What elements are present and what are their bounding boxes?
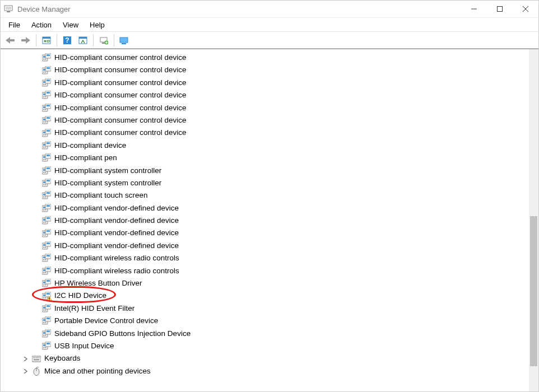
hid-device-icon [42, 129, 51, 138]
hid-device-icon [42, 204, 51, 213]
hid-device-icon [42, 329, 51, 338]
device-row[interactable]: USB Input Device [1, 340, 529, 352]
forward-button[interactable] [18, 34, 33, 47]
scan-hardware-button[interactable] [96, 34, 111, 47]
maximize-button[interactable] [487, 1, 513, 18]
titlebar: Device Manager [1, 1, 538, 18]
category-label: Mice and other pointing devices [44, 365, 151, 377]
help-button[interactable]: ? [60, 34, 75, 47]
category-label: Keyboards [44, 352, 81, 365]
menu-action[interactable]: Action [26, 19, 57, 31]
device-label: HID-compliant vendor-defined device [54, 214, 179, 227]
menu-view[interactable]: View [57, 19, 84, 31]
hid-device-icon [42, 342, 51, 351]
hid-device-icon [42, 241, 51, 250]
hid-device-icon [42, 166, 51, 175]
expand-chevron-icon[interactable] [22, 367, 30, 375]
device-row[interactable]: HID-compliant system controller [1, 165, 529, 177]
svg-rect-1 [6, 7, 11, 10]
menu-help[interactable]: Help [84, 19, 110, 31]
device-row[interactable]: HP Wireless Button Driver [1, 277, 529, 290]
hid-device-icon [42, 304, 51, 313]
svg-rect-10 [43, 37, 50, 39]
device-label: Sideband GPIO Buttons Injection Device [54, 328, 190, 340]
hid-device-icon [42, 216, 51, 225]
device-label: HID-compliant consumer control device [54, 89, 187, 101]
svg-rect-19 [120, 38, 128, 43]
device-tree[interactable]: HID-compliant consumer control deviceHID… [1, 49, 529, 391]
vertical-scrollbar[interactable] [529, 49, 538, 391]
device-row[interactable]: HID-compliant vendor-defined device [1, 214, 529, 227]
hid-device-icon [42, 116, 51, 125]
update-driver-button[interactable] [117, 34, 132, 47]
device-label: HID-compliant system controller [54, 165, 161, 177]
toolbar-separator [57, 34, 57, 46]
menubar: File Action View Help [1, 18, 538, 32]
device-row[interactable]: HID-compliant vendor-defined device [1, 202, 529, 214]
device-label: USB Input Device [54, 340, 114, 352]
toolbar-separator [114, 34, 114, 46]
device-row[interactable]: HID-compliant system controller [1, 177, 529, 189]
hid-device-icon [42, 78, 51, 87]
hid-device-icon [42, 153, 51, 162]
hid-device-icon [42, 229, 51, 238]
device-row[interactable]: HID-compliant consumer control device [1, 89, 529, 101]
hid-device-icon [42, 316, 51, 325]
device-label: Portable Device Control device [54, 315, 158, 327]
device-label: Intel(R) HID Event Filter [54, 302, 134, 315]
warning-badge-icon [47, 296, 52, 302]
device-row[interactable]: HID-compliant consumer control device [1, 127, 529, 139]
device-label: HID-compliant consumer control device [54, 52, 187, 64]
device-label: HP Wireless Button Driver [54, 277, 142, 290]
menu-file[interactable]: File [3, 19, 26, 31]
device-row[interactable]: Sideband GPIO Buttons Injection Device [1, 328, 529, 340]
show-hide-console-button[interactable] [39, 34, 54, 47]
device-label: HID-compliant consumer control device [54, 102, 187, 114]
window-title: Device Manager [17, 5, 71, 13]
mouse-icon [32, 367, 41, 376]
device-row[interactable]: HID-compliant device [1, 139, 529, 152]
device-row[interactable]: HID-compliant touch screen [1, 189, 529, 202]
scrollbar-thumb[interactable] [530, 216, 537, 366]
device-label: HID-compliant pen [54, 152, 117, 164]
device-row[interactable]: HID-compliant wireless radio controls [1, 265, 529, 277]
device-row[interactable]: HID-compliant vendor-defined device [1, 240, 529, 252]
back-button[interactable] [3, 34, 17, 47]
device-row[interactable]: HID-compliant wireless radio controls [1, 252, 529, 264]
svg-text:?: ? [65, 36, 69, 44]
device-row[interactable]: HID-compliant consumer control device [1, 77, 529, 89]
close-button[interactable] [513, 1, 538, 18]
device-row[interactable]: HID-compliant vendor-defined device [1, 227, 529, 239]
content-area: HID-compliant consumer control deviceHID… [1, 49, 538, 391]
expand-chevron-icon[interactable] [22, 355, 30, 363]
bottom-clip [1, 384, 529, 391]
hid-device-icon [42, 191, 51, 200]
toolbar: ? [1, 32, 538, 49]
device-row[interactable]: HID-compliant consumer control device [1, 52, 529, 64]
device-row[interactable]: I2C HID Device [1, 290, 529, 302]
device-label: HID-compliant wireless radio controls [54, 252, 179, 264]
toolbar-separator [93, 34, 94, 46]
device-row[interactable]: HID-compliant consumer control device [1, 102, 529, 114]
hid-device-icon [42, 179, 51, 188]
hid-device-icon [42, 66, 51, 75]
device-label: HID-compliant consumer control device [54, 127, 187, 139]
minimize-button[interactable] [461, 1, 487, 18]
properties-button[interactable] [76, 34, 90, 47]
device-row[interactable]: Portable Device Control device [1, 315, 529, 327]
svg-rect-7 [10, 39, 15, 41]
hid-device-icon [42, 279, 51, 288]
device-row[interactable]: Intel(R) HID Event Filter [1, 302, 529, 315]
hid-device-icon [42, 141, 51, 150]
category-row[interactable]: Mice and other pointing devices [1, 365, 529, 377]
hid-device-icon [42, 104, 51, 113]
device-row[interactable]: HID-compliant consumer control device [1, 64, 529, 76]
keyboard-icon [32, 354, 41, 363]
svg-rect-20 [122, 43, 126, 44]
device-label: HID-compliant vendor-defined device [54, 240, 179, 252]
device-label: I2C HID Device [54, 290, 106, 302]
device-row[interactable]: HID-compliant pen [1, 152, 529, 164]
device-row[interactable]: HID-compliant consumer control device [1, 114, 529, 127]
device-label: HID-compliant system controller [54, 177, 161, 189]
category-row[interactable]: Keyboards [1, 352, 529, 365]
